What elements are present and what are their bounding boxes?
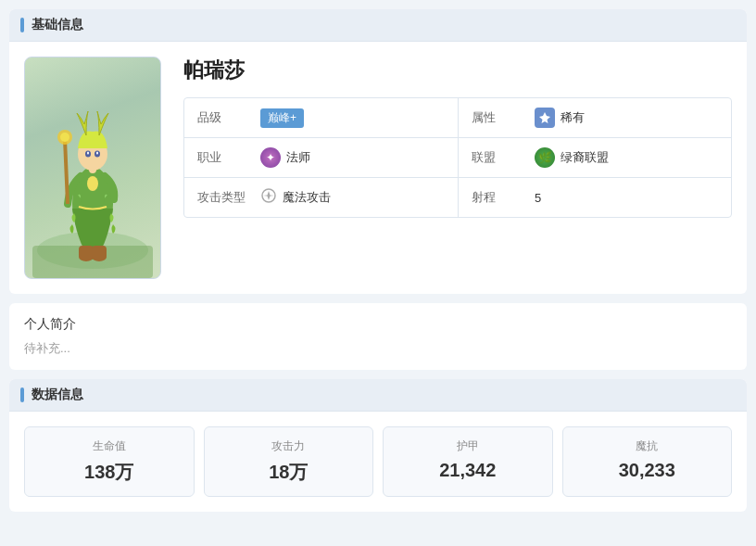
char-info-grid: 帕瑞莎 品级 巅峰+ 属性: [183, 57, 732, 279]
stats-section: 数据信息 生命值 138万 攻击力 18万 护甲 21,342 魔抗 30,23…: [9, 379, 747, 512]
stat-value-magic-resist: 30,233: [619, 460, 675, 481]
basic-info-section: 基础信息: [9, 9, 747, 294]
stat-label-magic-resist: 魔抗: [636, 438, 658, 454]
basic-info-header: 基础信息: [9, 9, 747, 42]
svg-point-4: [87, 176, 98, 191]
job-text: 法师: [286, 149, 310, 166]
alliance-label: 联盟: [472, 149, 527, 166]
stats-header: 数据信息: [9, 379, 747, 412]
char-name: 帕瑞莎: [183, 57, 732, 84]
svg-point-10: [96, 152, 98, 155]
stat-card-atk: 攻击力 18万: [204, 426, 374, 497]
info-table: 品级 巅峰+ 属性 稀有: [183, 97, 732, 218]
info-cell-range: 射程 5: [458, 178, 731, 217]
range-text: 5: [535, 191, 541, 205]
attribute-text: 稀有: [561, 109, 585, 126]
stats-header-bar-accent: [20, 387, 24, 402]
info-cell-alliance: 联盟 🌿 绿裔联盟: [458, 138, 731, 178]
header-bar-accent: [20, 18, 24, 32]
job-value: ✦ 法师: [260, 147, 310, 168]
svg-rect-16: [79, 246, 94, 259]
info-cell-attack-type: 攻击类型 魔法攻击: [184, 178, 458, 217]
bio-content: 待补充...: [24, 340, 732, 357]
stat-value-hp: 138万: [84, 460, 133, 485]
info-cell-job: 职业 ✦ 法师: [184, 138, 458, 178]
attack-type-value: 魔法攻击: [260, 187, 331, 208]
stat-label-atk: 攻击力: [271, 438, 305, 454]
attribute-value: 稀有: [535, 108, 585, 128]
job-icon: ✦: [260, 147, 281, 168]
svg-rect-17: [92, 246, 107, 259]
stats-title: 数据信息: [32, 387, 83, 403]
attack-type-label: 攻击类型: [197, 189, 253, 206]
character-illustration: [32, 65, 153, 278]
attribute-label: 属性: [472, 109, 527, 126]
basic-info-content: 帕瑞莎 品级 巅峰+ 属性: [9, 42, 747, 294]
stat-label-armor: 护甲: [457, 438, 479, 454]
info-cell-attribute: 属性 稀有: [458, 98, 731, 138]
range-value: 5: [535, 191, 541, 205]
bio-section: 个人简介 待补充...: [9, 303, 747, 370]
character-portrait: [24, 57, 161, 279]
svg-line-11: [65, 139, 68, 204]
stat-card-magic-resist: 魔抗 30,233: [562, 426, 733, 497]
attribute-icon: [535, 108, 555, 128]
stats-content: 生命值 138万 攻击力 18万 护甲 21,342 魔抗 30,233: [9, 412, 747, 512]
grade-label: 品级: [197, 109, 253, 126]
stat-card-hp: 生命值 138万: [24, 426, 195, 497]
info-cell-grade: 品级 巅峰+: [184, 98, 458, 138]
attack-type-icon: [260, 187, 277, 208]
svg-point-9: [87, 152, 89, 155]
stat-card-armor: 护甲 21,342: [383, 426, 553, 497]
alliance-value: 🌿 绿裔联盟: [535, 147, 609, 168]
basic-info-title: 基础信息: [32, 17, 83, 33]
grade-value: 巅峰+: [260, 108, 304, 128]
alliance-icon: 🌿: [535, 147, 555, 168]
stat-value-atk: 18万: [269, 460, 308, 485]
stat-value-armor: 21,342: [439, 460, 496, 481]
attack-type-text: 魔法攻击: [283, 189, 331, 206]
bio-title: 个人简介: [24, 316, 732, 333]
grade-badge: 巅峰+: [260, 108, 304, 128]
range-label: 射程: [472, 189, 527, 206]
job-label: 职业: [197, 149, 253, 166]
stat-label-hp: 生命值: [93, 438, 126, 454]
alliance-text: 绿裔联盟: [561, 149, 609, 166]
svg-point-13: [60, 133, 69, 142]
page-wrapper: 基础信息: [0, 0, 756, 521]
